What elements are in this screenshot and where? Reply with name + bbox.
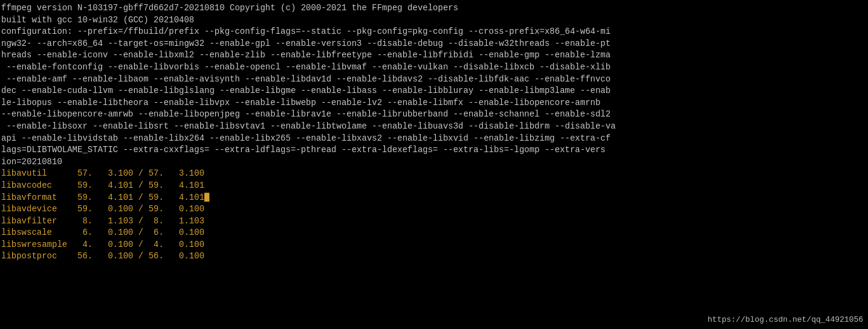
- terminal-line: built with gcc 10-win32 (GCC) 20210408: [1, 14, 867, 27]
- terminal-line: lags=DLIBTWOLAME_STATIC --extra-cxxflags…: [1, 144, 867, 156]
- terminal-line: dec --enable-cuda-llvm --enable-libglsla…: [1, 85, 867, 97]
- terminal-line: ffmpeg version N-103197-gbff7d662d7-2021…: [1, 2, 867, 14]
- terminal-line: libavformat 59. 4.101 / 59. 4.101█: [1, 192, 867, 204]
- terminal-line: libpostproc 56. 0.100 / 56. 0.100: [1, 251, 867, 263]
- terminal-line: libswresample 4. 0.100 / 4. 0.100: [1, 239, 867, 251]
- terminal-line: libavdevice 59. 0.100 / 59. 0.100: [1, 203, 867, 216]
- terminal-line: le-libopus --enable-libtheora --enable-l…: [1, 97, 867, 109]
- terminal-line: --enable-libsoxr --enable-libsrt --enabl…: [1, 121, 867, 133]
- terminal-line: configuration: --prefix=/ffbuild/prefix …: [1, 26, 867, 38]
- terminal-line: libavcodec 59. 4.101 / 59. 4.101: [1, 180, 867, 192]
- terminal-line: --enable-amf --enable-libaom --enable-av…: [1, 74, 867, 86]
- terminal-line: libswscale 6. 0.100 / 6. 0.100: [1, 227, 867, 239]
- terminal-line: ion=20210810: [1, 156, 867, 168]
- terminal-output: ffmpeg version N-103197-gbff7d662d7-2021…: [1, 2, 867, 263]
- terminal-line: hreads --enable-iconv --enable-libxml2 -…: [1, 50, 867, 62]
- terminal-line: --enable-fontconfig --enable-libvorbis -…: [1, 62, 867, 74]
- terminal-line: --enable-libopencore-amrwb --enable-libo…: [1, 109, 867, 121]
- terminal-line: libavfilter 8. 1.103 / 8. 1.103: [1, 216, 867, 228]
- watermark: https://blog.csdn.net/qq_44921056: [708, 315, 863, 324]
- terminal-line: api --enable-libvidstab --enable-libx264…: [1, 133, 867, 145]
- terminal-line: libavutil 57. 3.100 / 57. 3.100: [1, 168, 867, 180]
- terminal-line: ngw32- --arch=x86_64 --target-os=mingw32…: [1, 38, 867, 50]
- terminal-window: ffmpeg version N-103197-gbff7d662d7-2021…: [0, 0, 868, 329]
